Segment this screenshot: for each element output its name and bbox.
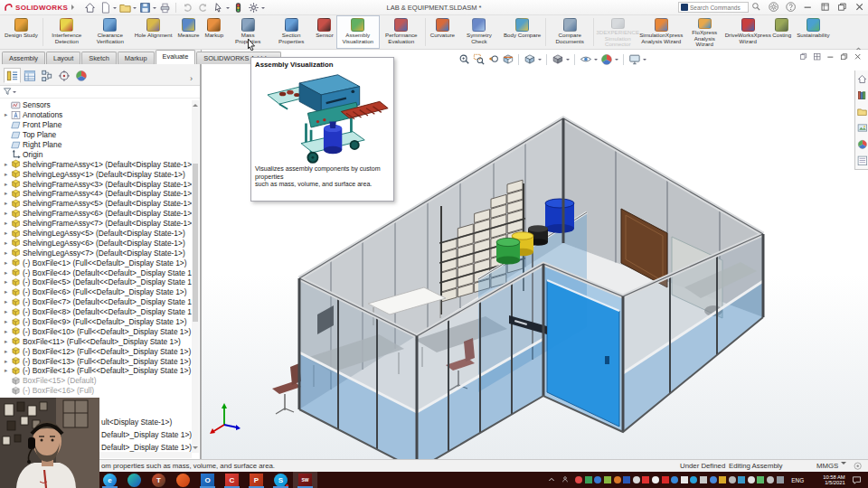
- sustainability-button[interactable]: Sustainability: [794, 15, 832, 49]
- tab-assembly[interactable]: Assembly: [2, 52, 45, 64]
- propertymanager-icon[interactable]: [21, 68, 38, 83]
- hide-show-icon-caret[interactable]: [594, 59, 598, 62]
- tree-row[interactable]: ▸(-) BoxFile<7> (Default<<Default>_Displ…: [0, 297, 193, 307]
- display-style-icon[interactable]: [552, 53, 563, 65]
- open-folder-icon[interactable]: [118, 1, 132, 14]
- rebuild-icon[interactable]: [231, 1, 245, 14]
- help-icon[interactable]: [785, 1, 797, 14]
- tree-row[interactable]: ▸(-) BoxFile<9> (Full<<Default>_Display …: [0, 317, 193, 327]
- new-document-icon-caret[interactable]: [113, 7, 117, 11]
- simulationxpress-analysis-wizard-button[interactable]: SimulationXpress Analysis Wizard: [639, 15, 683, 49]
- expand-arrow-icon[interactable]: ▸: [5, 181, 11, 188]
- home-icon[interactable]: [82, 1, 97, 14]
- tab-markup[interactable]: Markup: [118, 52, 155, 64]
- options-gear-icon[interactable]: [246, 1, 260, 14]
- tray-icon[interactable]: [671, 476, 678, 483]
- expand-arrow-icon[interactable]: ▸: [5, 288, 11, 296]
- save-icon-caret[interactable]: [153, 7, 156, 11]
- tray-icon[interactable]: [690, 476, 697, 483]
- filter-icon[interactable]: [3, 87, 13, 97]
- restore-icon[interactable]: [836, 1, 849, 14]
- select-cursor-icon-caret[interactable]: [226, 7, 230, 11]
- view-palette-icon[interactable]: [856, 120, 868, 136]
- undo-icon[interactable]: [180, 1, 194, 14]
- tree-row[interactable]: ▸(-) BoxFile<8> (Default<<Default>_Displ…: [0, 307, 193, 317]
- custom-properties-icon[interactable]: [856, 153, 868, 168]
- compare-documents-button[interactable]: Compare Documents: [548, 15, 591, 49]
- scrollbar-thumb[interactable]: [193, 164, 198, 322]
- tree-row[interactable]: Right Plane: [0, 140, 193, 150]
- tile-icon[interactable]: [813, 52, 822, 61]
- expand-arrow-icon[interactable]: ▸: [5, 367, 11, 374]
- tree-row[interactable]: ▸ShelvingLegAssy<1> (Default<Display Sta…: [0, 169, 193, 179]
- expand-arrow-icon[interactable]: ▸: [5, 190, 11, 197]
- close-icon[interactable]: [854, 52, 863, 61]
- expand-arrow-icon[interactable]: ▸: [5, 111, 11, 118]
- tree-row[interactable]: Sensors: [0, 100, 193, 110]
- appearance-icon-caret[interactable]: [615, 59, 618, 62]
- tree-row[interactable]: ▸ShelvingFrameAssy<5> (Default<Display S…: [0, 199, 193, 209]
- outlook-icon[interactable]: O: [195, 472, 220, 488]
- expand-arrow-icon[interactable]: ▸: [5, 220, 11, 227]
- tray-icon[interactable]: [604, 476, 611, 483]
- maximize-icon[interactable]: [819, 1, 832, 14]
- costing-button[interactable]: Costing: [769, 15, 794, 49]
- status-gear-icon[interactable]: [854, 462, 863, 471]
- tray-icon[interactable]: [575, 476, 582, 483]
- previous-view-icon[interactable]: [487, 53, 499, 65]
- design-study-button[interactable]: Design Study: [2, 15, 41, 49]
- curvature-button[interactable]: Curvature: [428, 15, 458, 49]
- tray-icon[interactable]: [767, 476, 774, 483]
- restore-icon[interactable]: [840, 52, 849, 61]
- body-compare-button[interactable]: Body Compare: [501, 15, 543, 49]
- minimize-icon[interactable]: [826, 52, 835, 61]
- tray-icon[interactable]: [623, 476, 630, 483]
- hole-alignment-button[interactable]: Hole Alignment: [132, 15, 175, 49]
- expand-arrow-icon[interactable]: ▸: [5, 210, 11, 217]
- new-document-icon[interactable]: [98, 1, 112, 14]
- orange-app-icon[interactable]: [171, 472, 195, 488]
- cascade-icon[interactable]: [799, 52, 808, 61]
- save-icon[interactable]: [137, 1, 152, 14]
- tray-icon[interactable]: [585, 476, 592, 483]
- display-style-icon-caret[interactable]: [566, 59, 570, 62]
- expand-arrow-icon[interactable]: ▸: [5, 239, 11, 247]
- tray-icon[interactable]: [719, 476, 726, 483]
- tray-icon[interactable]: [652, 476, 659, 483]
- tree-row[interactable]: ▸ShelvingFrameAssy<7> (Default<Display S…: [0, 219, 193, 229]
- camtasia-icon[interactable]: C: [220, 472, 244, 488]
- tree-row[interactable]: ▸Annotations: [0, 110, 193, 120]
- tree-row[interactable]: ▸(-) BoxFile<12> (Full<<Default>_Display…: [0, 346, 193, 356]
- tray-icon[interactable]: [729, 476, 736, 483]
- expand-arrow-icon[interactable]: ▸: [5, 230, 11, 237]
- tree-row[interactable]: ▸(-) BoxFile<10> (Full<<Default>_Display…: [0, 326, 193, 336]
- tree-row[interactable]: ▸ShelvingLegAssy<6> (Default<Display Sta…: [0, 238, 193, 248]
- tray-icon[interactable]: [777, 476, 784, 483]
- logo-flyout-arrow[interactable]: [71, 5, 77, 10]
- section-properties-button[interactable]: Section Properties: [269, 15, 313, 49]
- tree-row[interactable]: Origin: [0, 149, 193, 159]
- expand-arrow-icon[interactable]: ▸: [5, 161, 11, 168]
- tray-icon[interactable]: [594, 476, 601, 483]
- tray-icon[interactable]: [614, 476, 621, 483]
- search-commands-box[interactable]: [678, 2, 749, 13]
- expand-arrow-icon[interactable]: ▸: [5, 171, 11, 178]
- tree-row[interactable]: ▸(-) BoxFile<4> (Default<<Default>_Displ…: [0, 267, 193, 277]
- expand-arrow-icon[interactable]: ▸: [5, 200, 11, 207]
- displaymanager-icon[interactable]: [72, 68, 90, 83]
- select-cursor-icon[interactable]: [211, 1, 225, 14]
- tree-row[interactable]: ▸ShelvingFrameAssy<3> (Default<Display S…: [0, 179, 193, 189]
- filter-caret-icon[interactable]: [13, 91, 16, 95]
- expand-arrow-icon[interactable]: ▸: [5, 269, 11, 277]
- open-folder-icon-caret[interactable]: [133, 7, 137, 11]
- expand-arrow-icon[interactable]: ▸: [5, 308, 11, 315]
- appearances-icon[interactable]: [856, 136, 868, 152]
- tree-row[interactable]: ▸ShelvingLegAssy<7> (Default<Display Sta…: [0, 248, 193, 258]
- view-settings-icon-caret[interactable]: [643, 59, 646, 62]
- view-orientation-icon-caret[interactable]: [538, 59, 542, 62]
- expand-arrow-icon[interactable]: ▸: [5, 259, 11, 267]
- tray-icon[interactable]: [710, 476, 717, 483]
- tree-row[interactable]: ▸ShelvingFrameAssy<6> (Default<Display S…: [0, 209, 193, 219]
- sensor-button[interactable]: Sensor: [313, 15, 336, 49]
- taskbar-clock[interactable]: 10:58 AM1/5/2021: [811, 474, 845, 486]
